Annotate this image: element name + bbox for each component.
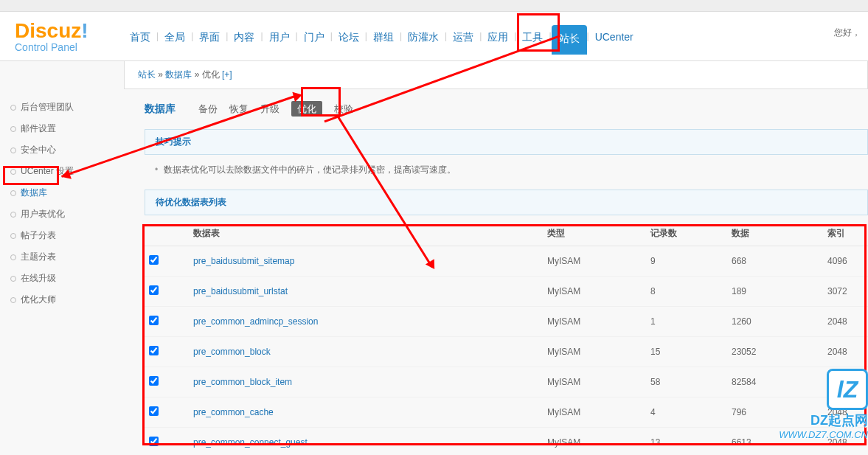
row-rows: 9	[646, 246, 727, 277]
sidebar-item-UCenter 设置[interactable]: UCenter 设置	[0, 161, 124, 182]
table-row: pre_baidusubmit_urlstatMyISAM81893072	[145, 277, 868, 307]
row-data: 23052	[727, 337, 823, 367]
sidebar-item-安全中心[interactable]: 安全中心	[0, 139, 124, 161]
row-checkbox[interactable]	[149, 346, 159, 355]
logo-subtitle: Control Panel	[15, 41, 124, 53]
header: Discuz! Control Panel 首页|全局|界面|内容|用户|门户|…	[0, 12, 868, 61]
subtab-校验[interactable]: 校验	[334, 103, 353, 114]
row-index: 3072	[823, 277, 868, 307]
topnav-首页[interactable]: 首页	[124, 25, 156, 50]
row-index: 2048	[823, 337, 868, 367]
table-row: pre_common_connect_guestMyISAM1366132048	[145, 428, 868, 456]
topnav-运营[interactable]: 运营	[447, 25, 479, 50]
row-name: pre_common_admincp_session	[189, 307, 543, 337]
row-type: MyISAM	[543, 428, 646, 456]
col-rows: 记录数	[646, 221, 727, 246]
row-name: pre_baidusubmit_urlstat	[189, 277, 543, 307]
greeting: 您好，	[834, 12, 868, 60]
main-content: 数据库 备份恢复升级优化校验 技巧提示 数据表优化可以去除数据文件中的碎片，使记…	[124, 89, 868, 455]
row-rows: 8	[646, 277, 727, 307]
row-type: MyISAM	[543, 277, 646, 307]
optimize-table: 数据表 类型 记录数 数据 索引 pre_baidusubmit_sitemap…	[145, 221, 868, 455]
sidebar-item-数据库[interactable]: 数据库	[0, 182, 124, 204]
row-rows: 1	[646, 307, 727, 337]
logo-excl: !	[81, 19, 88, 42]
topnav-内容[interactable]: 内容	[228, 25, 260, 50]
sidebar-item-邮件设置[interactable]: 邮件设置	[0, 118, 124, 139]
row-data: 1260	[727, 307, 823, 337]
col-table: 数据表	[189, 221, 543, 246]
topnav-全局[interactable]: 全局	[159, 25, 191, 50]
row-type: MyISAM	[543, 367, 646, 397]
row-data: 668	[727, 246, 823, 277]
topnav-论坛[interactable]: 论坛	[333, 25, 365, 50]
row-rows: 13	[646, 428, 727, 456]
row-type: MyISAM	[543, 307, 646, 337]
logo-brand: Discuz	[15, 19, 81, 42]
col-index: 索引	[823, 221, 868, 246]
watermark-text: DZ起点网	[779, 411, 868, 429]
topnav-站长[interactable]: 站长	[552, 25, 587, 55]
col-type: 类型	[543, 221, 646, 246]
sidebar-item-用户表优化[interactable]: 用户表优化	[0, 204, 124, 225]
subtab-优化[interactable]: 优化	[291, 101, 322, 117]
table-row: pre_common_blockMyISAM15230522048	[145, 337, 868, 367]
row-name: pre_baidusubmit_sitemap	[189, 246, 543, 277]
topnav-应用[interactable]: 应用	[482, 25, 514, 50]
row-name: pre_common_cache	[189, 397, 543, 428]
col-data: 数据	[727, 221, 823, 246]
row-checkbox[interactable]	[149, 255, 159, 265]
subtab-title[interactable]: 数据库	[145, 103, 176, 114]
topnav-用户[interactable]: 用户	[263, 25, 296, 50]
table-row: pre_common_block_itemMyISAM58825843072	[145, 367, 868, 397]
topnav-界面[interactable]: 界面	[193, 25, 226, 50]
table-row: pre_baidusubmit_sitemapMyISAM96684096	[145, 246, 868, 277]
sidebar: 后台管理团队邮件设置安全中心UCenter 设置数据库用户表优化帖子分表主题分表…	[0, 89, 124, 455]
sub-tabs: 数据库 备份恢复升级优化校验	[145, 103, 868, 116]
row-checkbox[interactable]	[149, 316, 159, 325]
subtab-恢复[interactable]: 恢复	[229, 103, 249, 114]
row-rows: 4	[646, 397, 727, 428]
breadcrumb-a[interactable]: 站长	[138, 69, 156, 80]
row-index: 4096	[823, 246, 868, 277]
tips-header: 技巧提示	[145, 129, 868, 155]
section-title: 待优化数据表列表	[145, 190, 868, 215]
topnav-工具[interactable]: 工具	[516, 25, 549, 50]
top-nav: 首页|全局|界面|内容|用户|门户|论坛|群组|防灌水|运营|应用|工具|站长|…	[124, 12, 834, 60]
sidebar-item-后台管理团队[interactable]: 后台管理团队	[0, 97, 124, 118]
watermark-badge: lZ	[827, 369, 868, 410]
row-rows: 15	[646, 337, 727, 367]
watermark: lZ DZ起点网 WWW.DZ7.COM.CN	[779, 369, 868, 440]
row-name: pre_common_block	[189, 337, 543, 367]
breadcrumb-expand[interactable]: [+]	[220, 69, 232, 80]
topnav-UCenter[interactable]: UCenter	[589, 25, 639, 49]
row-checkbox[interactable]	[149, 437, 159, 446]
row-type: MyISAM	[543, 397, 646, 428]
table-row: pre_common_cacheMyISAM47962048	[145, 397, 868, 428]
topnav-门户[interactable]: 门户	[298, 25, 330, 50]
sidebar-item-优化大师[interactable]: 优化大师	[0, 289, 124, 310]
watermark-url: WWW.DZ7.COM.CN	[779, 429, 868, 440]
row-checkbox[interactable]	[149, 376, 159, 386]
subtab-备份[interactable]: 备份	[198, 103, 218, 114]
topnav-群组[interactable]: 群组	[367, 25, 400, 50]
topnav-防灌水[interactable]: 防灌水	[402, 25, 445, 50]
row-name: pre_common_connect_guest	[189, 428, 543, 456]
row-type: MyISAM	[543, 337, 646, 367]
row-name: pre_common_block_item	[189, 367, 543, 397]
row-type: MyISAM	[543, 246, 646, 277]
breadcrumb-c: 优化	[202, 69, 220, 80]
sidebar-item-在线升级[interactable]: 在线升级	[0, 268, 124, 289]
table-row: pre_common_admincp_sessionMyISAM11260204…	[145, 307, 868, 337]
row-checkbox[interactable]	[149, 285, 159, 295]
tips-text: 数据表优化可以去除数据文件中的碎片，使记录排列紧密，提高读写速度。	[145, 164, 868, 176]
row-index: 2048	[823, 307, 868, 337]
window-chrome	[0, 0, 868, 12]
breadcrumb-b[interactable]: 数据库	[165, 69, 192, 80]
row-checkbox[interactable]	[149, 406, 159, 416]
row-rows: 58	[646, 367, 727, 397]
subtab-升级[interactable]: 升级	[260, 103, 280, 114]
breadcrumb: 站长 » 数据库 » 优化 [+]	[124, 61, 868, 89]
sidebar-item-主题分表[interactable]: 主题分表	[0, 246, 124, 268]
sidebar-item-帖子分表[interactable]: 帖子分表	[0, 225, 124, 246]
